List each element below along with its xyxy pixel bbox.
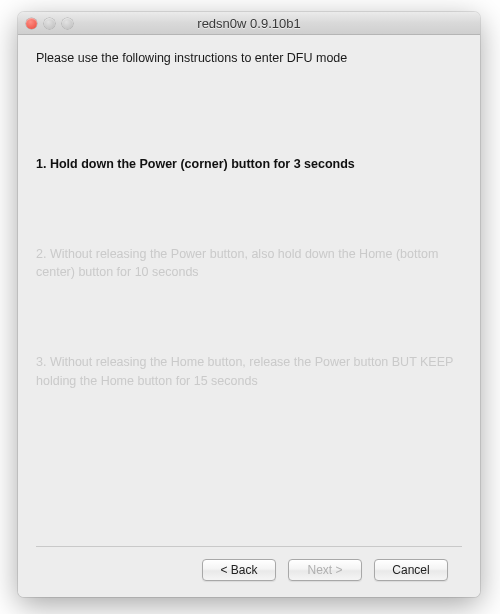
button-row: < Back Next > Cancel	[36, 559, 462, 597]
window-title: redsn0w 0.9.10b1	[18, 16, 480, 31]
close-icon[interactable]	[26, 18, 37, 29]
intro-text: Please use the following instructions to…	[36, 51, 462, 65]
app-window: redsn0w 0.9.10b1 Please use the followin…	[18, 12, 480, 597]
dfu-step-1: 1. Hold down the Power (corner) button f…	[36, 155, 462, 173]
separator	[36, 546, 462, 547]
traffic-lights	[18, 18, 73, 29]
content-spacer	[36, 462, 462, 546]
cancel-button[interactable]: Cancel	[374, 559, 448, 581]
next-button: Next >	[288, 559, 362, 581]
content-area: Please use the following instructions to…	[18, 35, 480, 597]
minimize-icon[interactable]	[44, 18, 55, 29]
zoom-icon[interactable]	[62, 18, 73, 29]
back-button[interactable]: < Back	[202, 559, 276, 581]
dfu-step-2: 2. Without releasing the Power button, a…	[36, 245, 462, 281]
titlebar: redsn0w 0.9.10b1	[18, 12, 480, 35]
dfu-step-3: 3. Without releasing the Home button, re…	[36, 353, 462, 389]
